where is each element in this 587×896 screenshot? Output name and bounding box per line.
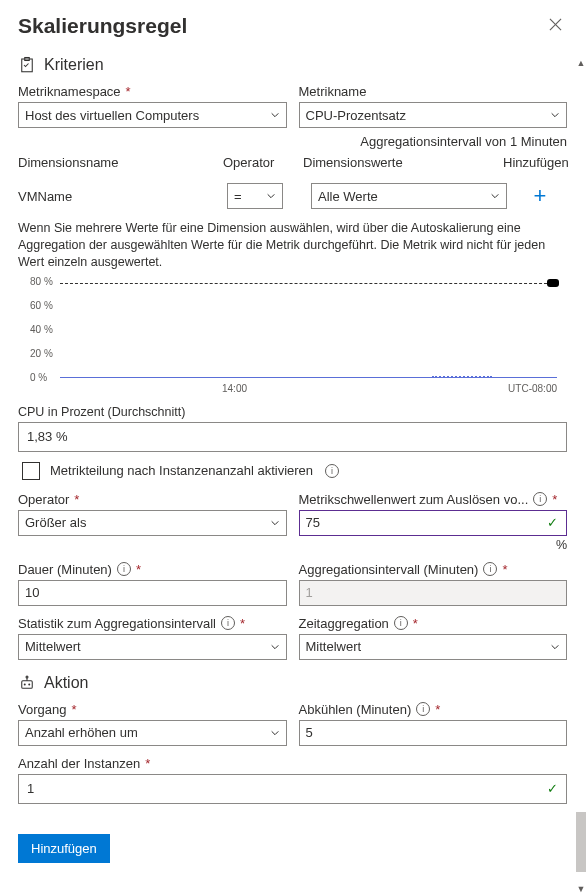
metric-name-label: Metrikname xyxy=(299,84,568,99)
threshold-value: 75 xyxy=(306,515,320,530)
xtick-time: 14:00 xyxy=(222,383,247,394)
criteria-icon xyxy=(18,56,36,74)
chart-line-dotted xyxy=(432,376,492,378)
metric-namespace-label: Metriknamespace xyxy=(18,84,287,99)
svg-point-5 xyxy=(24,683,26,685)
submit-button[interactable]: Hinzufügen xyxy=(18,834,110,863)
time-agg-value: Mittelwert xyxy=(306,639,362,654)
threshold-marker xyxy=(547,279,559,287)
instance-count-input[interactable]: 1 ✓ xyxy=(18,774,567,804)
action-section-title: Aktion xyxy=(44,674,88,692)
action-icon xyxy=(18,674,36,692)
dim-name-value: VMName xyxy=(18,189,223,204)
cooldown-input[interactable]: 5 xyxy=(299,720,568,746)
info-icon[interactable]: i xyxy=(416,702,430,716)
threshold-label: Metrikschwellenwert zum Auslösen vo... i xyxy=(299,492,568,507)
chevron-down-icon xyxy=(490,191,500,201)
check-icon: ✓ xyxy=(547,781,558,796)
instance-count-label: Anzahl der Instanzen xyxy=(18,756,567,771)
ytick-40: 40 % xyxy=(30,323,53,334)
svg-point-6 xyxy=(28,683,30,685)
panel-title: Skalierungsregel xyxy=(18,14,187,38)
threshold-unit: % xyxy=(299,538,568,552)
agg-interval-label: Aggregationsintervall (Minuten) i xyxy=(299,562,568,577)
scroll-thumb[interactable] xyxy=(576,812,586,872)
operation-select[interactable]: Anzahl erhöhen um xyxy=(18,720,287,746)
svg-rect-4 xyxy=(22,680,33,688)
info-icon[interactable]: i xyxy=(533,492,547,506)
info-icon[interactable]: i xyxy=(325,464,339,478)
chevron-down-icon xyxy=(270,728,280,738)
close-button[interactable] xyxy=(543,14,567,38)
chevron-down-icon xyxy=(550,642,560,652)
dim-operator-value: = xyxy=(234,189,242,204)
info-icon[interactable]: i xyxy=(483,562,497,576)
time-agg-label: Zeitaggregation i xyxy=(299,616,568,631)
scroll-down-icon[interactable]: ▼ xyxy=(575,882,587,896)
info-icon[interactable]: i xyxy=(394,616,408,630)
ytick-80: 80 % xyxy=(30,275,53,286)
agg-interval-value: 1 xyxy=(306,585,313,600)
divide-metric-label: Metrikteilung nach Instanzenanzahl aktiv… xyxy=(50,463,313,478)
dim-operator-select[interactable]: = xyxy=(227,183,283,209)
cooldown-value: 5 xyxy=(306,725,313,740)
check-icon: ✓ xyxy=(547,515,558,530)
chevron-down-icon xyxy=(550,110,560,120)
xtick-tz: UTC-08:00 xyxy=(508,383,557,394)
close-icon xyxy=(549,18,562,31)
duration-value: 10 xyxy=(25,585,39,600)
operation-value: Anzahl erhöhen um xyxy=(25,725,138,740)
operator-value: Größer als xyxy=(25,515,86,530)
add-dimension-button[interactable]: + xyxy=(515,183,565,209)
help-text: Wenn Sie mehrere Werte für eine Dimensio… xyxy=(18,220,567,271)
chevron-down-icon xyxy=(266,191,276,201)
cpu-avg-input[interactable]: 1,83 % xyxy=(18,422,567,452)
chevron-down-icon xyxy=(270,642,280,652)
agg-stat-value: Mittelwert xyxy=(25,639,81,654)
operator-header: Operator xyxy=(223,155,303,170)
dim-values-select[interactable]: Alle Werte xyxy=(311,183,507,209)
add-header: Hinzufügen xyxy=(503,155,563,170)
metric-name-value: CPU-Prozentsatz xyxy=(306,108,406,123)
dim-values-value: Alle Werte xyxy=(318,189,378,204)
info-icon[interactable]: i xyxy=(221,616,235,630)
info-icon[interactable]: i xyxy=(117,562,131,576)
metric-name-select[interactable]: CPU-Prozentsatz xyxy=(299,102,568,128)
ytick-60: 60 % xyxy=(30,299,53,310)
threshold-line xyxy=(60,283,557,284)
divide-metric-checkbox[interactable] xyxy=(22,462,40,480)
operation-label: Vorgang xyxy=(18,702,287,717)
chevron-down-icon xyxy=(270,518,280,528)
duration-input[interactable]: 10 xyxy=(18,580,287,606)
cooldown-label: Abkühlen (Minuten) i xyxy=(299,702,568,717)
dim-values-header: Dimensionswerte xyxy=(303,155,503,170)
ytick-20: 20 % xyxy=(30,347,53,358)
criteria-section-title: Kriterien xyxy=(44,56,104,74)
cpu-avg-label: CPU in Prozent (Durchschnitt) xyxy=(18,405,567,419)
svg-point-8 xyxy=(26,676,28,678)
metric-namespace-select[interactable]: Host des virtuellen Computers xyxy=(18,102,287,128)
operator-label: Operator xyxy=(18,492,287,507)
scroll-up-icon[interactable]: ▲ xyxy=(575,56,587,70)
metric-chart: 80 % 60 % 40 % 20 % 0 % 14:00 UTC-08:00 xyxy=(32,279,567,399)
agg-interval-input: 1 xyxy=(299,580,568,606)
agg-stat-select[interactable]: Mittelwert xyxy=(18,634,287,660)
instance-count-value: 1 xyxy=(27,781,34,796)
chevron-down-icon xyxy=(270,110,280,120)
metric-namespace-value: Host des virtuellen Computers xyxy=(25,108,199,123)
agg-interval-info: Aggregationsintervall von 1 Minuten xyxy=(18,134,567,149)
operator-select[interactable]: Größer als xyxy=(18,510,287,536)
ytick-0: 0 % xyxy=(30,371,47,382)
threshold-input[interactable]: 75 ✓ xyxy=(299,510,568,536)
cpu-avg-value: 1,83 % xyxy=(27,429,67,444)
time-agg-select[interactable]: Mittelwert xyxy=(299,634,568,660)
agg-stat-label: Statistik zum Aggregationsintervall i xyxy=(18,616,287,631)
dim-name-header: Dimensionsname xyxy=(18,155,223,170)
scrollbar[interactable]: ▲ ▼ xyxy=(575,56,587,896)
duration-label: Dauer (Minuten) i xyxy=(18,562,287,577)
